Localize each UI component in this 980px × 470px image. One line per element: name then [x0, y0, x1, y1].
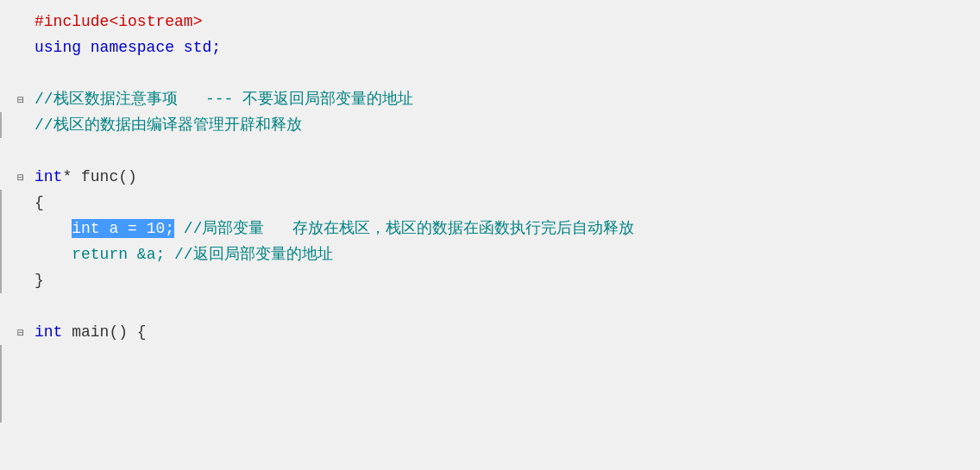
line-content: [28, 398, 44, 422]
code-line-5: //栈区的数据由编译器管理开辟和释放: [0, 112, 980, 138]
comment-local-var: //局部变量 存放在栈区，栈区的数据在函数执行完后自动释放: [174, 220, 634, 237]
preprocessor: #include: [35, 13, 109, 30]
collapse-marker[interactable]: ⊟: [17, 93, 28, 107]
line-content: [28, 294, 44, 318]
keyword-int: int: [35, 168, 62, 185]
line-content: {: [28, 191, 44, 215]
code-line-13: ⊟ int main() {: [0, 319, 980, 345]
include-bracket: <iostream>: [109, 13, 202, 30]
line-content: [28, 346, 44, 370]
collapse-marker[interactable]: ⊟: [17, 171, 28, 185]
line-content: //栈区的数据由编译器管理开辟和释放: [28, 113, 302, 137]
code-line-6: [0, 138, 980, 164]
code-line-9: int a = 10; //局部变量 存放在栈区，栈区的数据在函数执行完后自动释…: [0, 216, 980, 241]
brace-close: }: [35, 272, 44, 289]
code-line-12: [0, 293, 980, 319]
selected-code: int a = 10;: [72, 219, 174, 238]
func-signature: * func(): [62, 168, 136, 185]
collapse-marker[interactable]: ⊟: [17, 326, 28, 340]
keyword-using: using namespace std;: [35, 39, 221, 56]
code-line-15: [0, 371, 980, 397]
main-signature: main() {: [62, 323, 146, 341]
indent-space: [35, 220, 72, 237]
code-line-1: #include<iostream>: [0, 9, 980, 34]
line-content: }: [28, 268, 44, 292]
comment-text: //栈区的数据由编译器管理开辟和释放: [35, 116, 302, 134]
line-content: [28, 372, 44, 396]
code-line-16: [0, 397, 980, 423]
line-content: int* func(): [28, 165, 137, 189]
code-line-14: [0, 345, 980, 371]
return-statement: return &a;: [72, 246, 165, 263]
line-content: int main() {: [28, 320, 147, 344]
code-line-8: {: [0, 190, 980, 216]
line-content: [28, 139, 44, 163]
code-line-4: ⊟ //栈区数据注意事项 --- 不要返回局部变量的地址: [0, 86, 980, 112]
comment-text: //栈区数据注意事项 --- 不要返回局部变量的地址: [35, 91, 413, 108]
keyword-int-main: int: [35, 323, 62, 341]
indent-space: [35, 246, 72, 263]
line-content: using namespace std;: [28, 35, 221, 60]
code-line-7: ⊟ int* func(): [0, 164, 980, 190]
line-content: int a = 10; //局部变量 存放在栈区，栈区的数据在函数执行完后自动释…: [28, 216, 634, 241]
code-line-3: [0, 60, 980, 86]
code-line-11: }: [0, 267, 980, 293]
code-line-10: return &a; //返回局部变量的地址: [0, 241, 980, 267]
line-content: //栈区数据注意事项 --- 不要返回局部变量的地址: [28, 87, 413, 111]
code-editor[interactable]: #include<iostream> using namespace std; …: [0, 0, 980, 470]
line-content: #include<iostream>: [28, 9, 202, 34]
code-line-2: using namespace std;: [0, 34, 980, 60]
line-content: [28, 61, 44, 85]
line-content: return &a; //返回局部变量的地址: [28, 242, 333, 266]
brace-open: {: [35, 194, 44, 211]
comment-return: //返回局部变量的地址: [165, 246, 332, 263]
